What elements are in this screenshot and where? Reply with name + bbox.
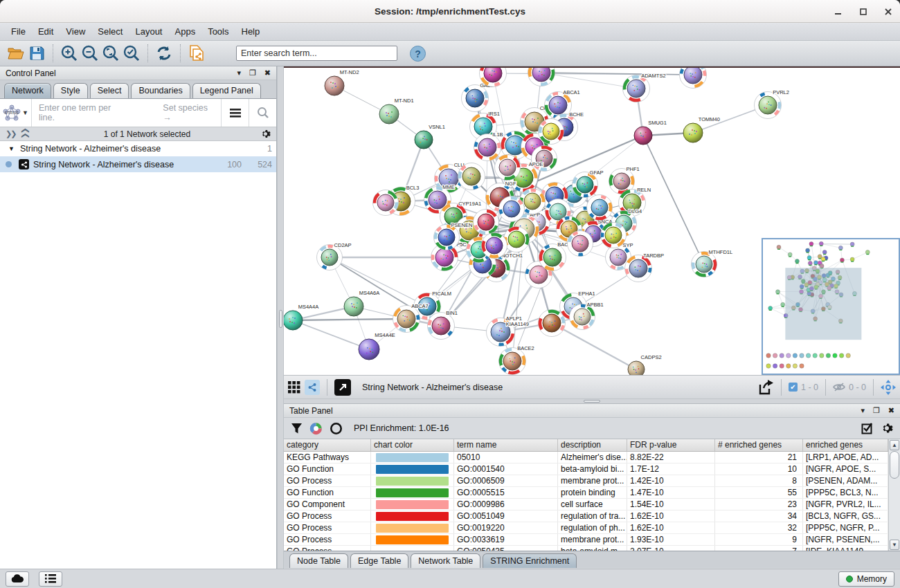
gear-icon[interactable] [260, 129, 271, 139]
maximize-button[interactable] [858, 7, 868, 17]
scroll-down-icon[interactable]: ▼ [890, 540, 899, 550]
network-node[interactable] [495, 155, 521, 181]
save-session-button[interactable] [26, 43, 47, 64]
network-node[interactable]: ADAMTS2 [623, 73, 666, 102]
tab-string-enrichment[interactable]: STRING Enrichment [483, 553, 577, 568]
table-row[interactable]: KEGG Pathways05010Alzheimer's dise...8.8… [284, 452, 900, 463]
network-node[interactable]: BACE2 [499, 345, 534, 375]
refresh-layout-button[interactable] [154, 43, 174, 64]
tab-network-table[interactable]: Network Table [411, 553, 480, 568]
menu-item-tools[interactable]: Tools [202, 24, 234, 39]
string-search-button[interactable] [249, 99, 276, 127]
table-row[interactable]: GO ProcessGO:0051049regulation of tra...… [284, 511, 900, 522]
navigator-icon[interactable] [881, 380, 896, 395]
network-edge[interactable] [293, 320, 369, 349]
expand-all-icon[interactable]: ❯❯ [20, 129, 29, 138]
string-options-button[interactable] [221, 99, 249, 127]
column-header-chart-color[interactable]: chart color [371, 439, 454, 451]
zoom-in-button[interactable] [59, 43, 80, 64]
network-node[interactable]: GAB2 [462, 82, 494, 112]
network-node[interactable]: VSNL1 [415, 124, 445, 149]
menu-item-file[interactable]: File [6, 24, 31, 39]
string-term-input[interactable]: Enter one term per line. Set species → [32, 103, 221, 122]
table-row[interactable]: GO ProcessGO:0019220regulation of ph...1… [284, 522, 900, 534]
network-canvas[interactable]: MT-ND2MT-ND1VSNL1GAB2IRS1CHATABCA1BCHEIL… [284, 66, 900, 375]
panel-float-icon[interactable]: ❐ [249, 69, 256, 77]
network-edge[interactable] [643, 136, 704, 264]
column-header-term-name[interactable]: term name [454, 439, 558, 451]
open-session-button[interactable] [6, 43, 26, 64]
column-header--enriched-genes[interactable]: # enriched genes [715, 439, 803, 451]
column-header-FDR-p-value[interactable]: FDR p-value [627, 439, 715, 451]
network-node[interactable] [474, 210, 499, 235]
expand-triangle-icon[interactable]: ▼ [8, 145, 15, 152]
network-node[interactable]: MT-ND2 [325, 69, 359, 95]
task-list-button[interactable] [39, 571, 62, 587]
table-row[interactable]: GO FunctionGO:0001540beta-amyloid bi...1… [284, 463, 900, 475]
tab-boundaries[interactable]: Boundaries [131, 83, 190, 98]
table-scrollbar[interactable]: ▲ ▼ [888, 439, 900, 551]
network-row-selected[interactable]: String Network - Alzheimer's disease 100… [0, 156, 276, 172]
table-row[interactable]: GO ComponentGO:0009986cell surface1.54E-… [284, 499, 900, 511]
network-node[interactable] [482, 233, 507, 259]
search-input[interactable] [236, 46, 397, 61]
vertical-splitter[interactable] [277, 66, 284, 569]
network-node[interactable] [458, 163, 485, 190]
network-edge[interactable] [541, 73, 636, 89]
network-node[interactable] [601, 223, 627, 248]
network-node[interactable] [373, 190, 399, 216]
horizontal-splitter[interactable] [284, 398, 900, 404]
network-node[interactable]: GFAP [573, 169, 604, 198]
select-columns-icon[interactable] [861, 422, 874, 434]
table-row[interactable]: GO ProcessGO:0006509membrane prot...1.42… [284, 475, 900, 487]
scrollbar-thumb[interactable] [890, 451, 899, 479]
zoom-out-button[interactable] [80, 43, 100, 64]
network-node[interactable]: APLP1KIAA1149 [487, 315, 529, 347]
column-header-enriched-genes[interactable]: enriched genes [803, 439, 888, 451]
gear-icon[interactable] [881, 422, 893, 434]
collapse-all-icon[interactable]: ❯❯ [6, 129, 15, 138]
birdseye-view[interactable] [762, 238, 900, 375]
splitter-handle[interactable] [584, 400, 600, 403]
chart-donut-icon[interactable] [309, 422, 323, 435]
table-row[interactable]: GO ProcessGO:0033619membrane prot...1.93… [284, 534, 900, 546]
network-collection-row[interactable]: ▼ String Network - Alzheimer's disease 1 [0, 141, 276, 156]
splitter-handle[interactable] [279, 310, 282, 328]
close-button[interactable] [883, 7, 893, 17]
panel-float-icon[interactable]: ❐ [873, 407, 880, 414]
menu-item-view[interactable]: View [60, 24, 91, 39]
grid-view-icon[interactable] [288, 381, 300, 394]
table-row[interactable]: GO FunctionGO:0005515protein binding1.47… [284, 487, 900, 499]
filter-icon[interactable] [291, 423, 303, 434]
menu-item-layout[interactable]: Layout [129, 24, 168, 39]
panel-close-icon[interactable]: ✖ [888, 407, 894, 414]
tab-legend-panel[interactable]: Legend Panel [192, 83, 261, 98]
panel-close-icon[interactable]: ✖ [264, 69, 271, 77]
network-node[interactable]: CADPS2 [628, 354, 662, 375]
copy-network-button[interactable] [186, 43, 207, 64]
network-edge[interactable] [330, 257, 427, 306]
network-node[interactable]: MT-ND1 [379, 98, 414, 124]
network-node[interactable] [528, 66, 555, 86]
network-node[interactable]: TOMM40 [683, 116, 720, 143]
minimize-button[interactable] [834, 7, 843, 17]
network-node[interactable]: MS4A6A [344, 290, 379, 316]
network-node[interactable]: MTHFD1L [692, 249, 733, 277]
network-node[interactable] [680, 66, 707, 89]
network-edge[interactable] [552, 323, 636, 369]
network-node[interactable]: PVRL2 [755, 89, 789, 119]
cloud-button[interactable] [6, 571, 29, 587]
share-network-icon[interactable] [305, 380, 320, 395]
menu-item-help[interactable]: Help [236, 24, 266, 39]
network-node[interactable]: SMUG1 [634, 120, 667, 145]
ring-icon[interactable] [330, 422, 343, 435]
tab-select[interactable]: Select [90, 83, 129, 98]
menu-item-select[interactable]: Select [92, 24, 128, 39]
zoom-selected-button[interactable] [121, 43, 142, 64]
help-button[interactable]: ? [407, 43, 428, 64]
column-header-description[interactable]: description [558, 439, 627, 451]
panel-menu-icon[interactable]: ▾ [237, 69, 241, 77]
tab-edge-table[interactable]: Edge Table [350, 553, 408, 568]
string-logo-dropdown[interactable]: STRING ▼ [0, 99, 32, 127]
tab-style[interactable]: Style [53, 83, 88, 98]
